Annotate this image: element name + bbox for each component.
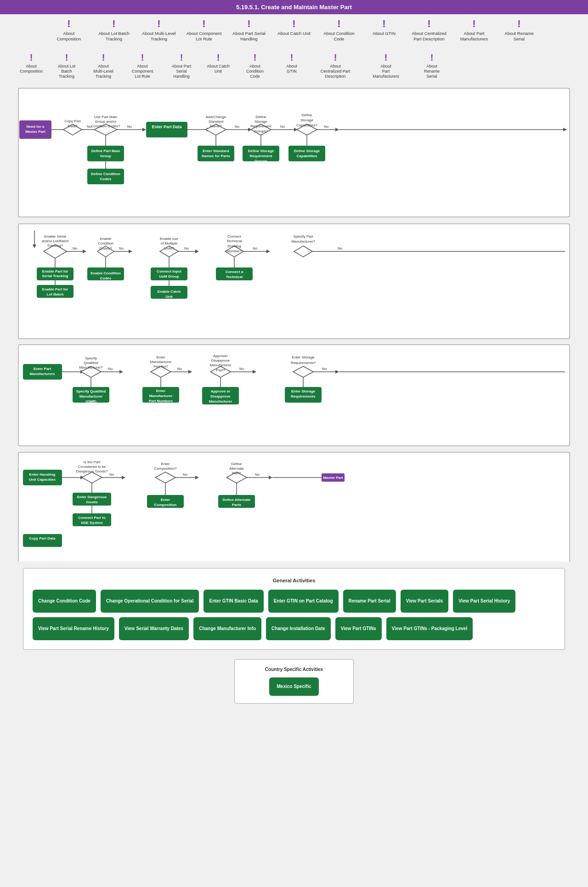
top-icon-0[interactable]: ! About Composition bbox=[51, 19, 87, 42]
country-activity-0[interactable]: Mexico Specific bbox=[269, 677, 318, 696]
top-icon-2[interactable]: ! About Multi-Level Tracking bbox=[141, 19, 177, 42]
svg-text:About: About bbox=[137, 64, 148, 68]
icon-label-5: About Catch Unit bbox=[277, 31, 311, 36]
exclaim-icon-0: ! bbox=[67, 19, 70, 29]
svg-text:No: No bbox=[183, 472, 188, 477]
svg-text:Requirements: Requirements bbox=[291, 394, 316, 398]
svg-text:No: No bbox=[322, 367, 327, 371]
top-icon-8[interactable]: ! About Centralized Part Description bbox=[411, 19, 447, 42]
svg-text:No: No bbox=[280, 125, 285, 129]
activity-item-7[interactable]: View Part Serial Rename History bbox=[33, 617, 114, 640]
activity-item-4[interactable]: Rename Part Serial bbox=[343, 590, 396, 613]
svg-text:Enter Handling: Enter Handling bbox=[29, 472, 56, 477]
svg-text:Define Part Main: Define Part Main bbox=[91, 149, 120, 153]
svg-text:Master Part: Master Part bbox=[25, 130, 45, 134]
svg-text:Tracking: Tracking bbox=[96, 74, 111, 79]
svg-text:Technical: Technical bbox=[226, 239, 242, 243]
page-title: 5.19.5.1. Create and Maintain Master Par… bbox=[236, 4, 352, 11]
svg-text:Enter: Enter bbox=[161, 498, 170, 502]
svg-text:About Part: About Part bbox=[172, 64, 192, 68]
activity-item-10[interactable]: Change Installation Date bbox=[266, 617, 331, 640]
svg-text:No: No bbox=[338, 246, 343, 250]
svg-text:Centralized Part: Centralized Part bbox=[321, 69, 351, 74]
svg-text:!: ! bbox=[65, 52, 68, 63]
exclaim-icon-1: ! bbox=[112, 19, 115, 29]
activity-item-11[interactable]: View Part GTINs bbox=[335, 617, 382, 640]
svg-text:Manufacturer: Manufacturer bbox=[150, 360, 171, 364]
svg-text:About: About bbox=[330, 64, 341, 68]
exclaim-icon-9: ! bbox=[472, 19, 475, 29]
svg-text:Number?: Number? bbox=[227, 249, 242, 253]
exclaim-icon-7: ! bbox=[382, 19, 385, 29]
svg-text:Multi-Level: Multi-Level bbox=[93, 69, 113, 74]
svg-text:Tracking: Tracking bbox=[59, 74, 74, 79]
svg-text:Define: Define bbox=[231, 462, 242, 466]
svg-text:Add/Change: Add/Change bbox=[206, 115, 226, 119]
main-diagram: ! About Composition ! About Lot Batch Tr… bbox=[9, 47, 579, 563]
svg-text:Code: Code bbox=[250, 74, 260, 79]
svg-text:No: No bbox=[184, 246, 189, 250]
top-icon-4[interactable]: ! About Part Serial Handling bbox=[231, 19, 267, 42]
svg-text:Manufacturers: Manufacturers bbox=[373, 74, 399, 79]
svg-text:No: No bbox=[324, 125, 329, 129]
svg-text:Description: Description bbox=[325, 74, 345, 79]
svg-text:Enable Serial: Enable Serial bbox=[44, 234, 66, 239]
svg-text:Groups?: Groups? bbox=[254, 129, 268, 133]
svg-text:Storage: Storage bbox=[254, 119, 268, 124]
svg-text:No: No bbox=[119, 246, 124, 250]
svg-text:Alternate: Alternate bbox=[229, 466, 244, 471]
top-icon-7[interactable]: ! About GTIN bbox=[366, 19, 402, 36]
svg-text:Copy Part Data: Copy Part Data bbox=[29, 536, 56, 540]
activity-item-6[interactable]: View Part Serial History bbox=[453, 590, 515, 613]
activity-item-2[interactable]: Enter GTIN Basic Data bbox=[204, 590, 263, 613]
top-icon-6[interactable]: ! About Condition Code bbox=[321, 19, 357, 42]
svg-text:Codes: Codes bbox=[100, 276, 112, 280]
svg-text:Requirement: Requirement bbox=[250, 124, 272, 128]
svg-text:!: ! bbox=[141, 52, 144, 63]
icon-label-10: About Rename Serial bbox=[501, 31, 537, 42]
activity-item-3[interactable]: Enter GTIN on Part Catalog bbox=[268, 590, 339, 613]
svg-text:About Catch: About Catch bbox=[207, 64, 230, 68]
svg-text:Handling: Handling bbox=[173, 74, 190, 79]
top-icon-5[interactable]: ! About Catch Unit bbox=[276, 19, 312, 36]
svg-text:Define: Define bbox=[301, 113, 312, 117]
icon-label-2: About Multi-Level Tracking bbox=[141, 31, 177, 42]
activity-item-5[interactable]: View Part Serials bbox=[401, 590, 448, 613]
activity-item-9[interactable]: Change Manufacturer Info bbox=[193, 617, 261, 640]
svg-text:Parts: Parts bbox=[232, 503, 242, 507]
svg-rect-68 bbox=[87, 169, 124, 184]
svg-text:Group: Group bbox=[100, 154, 111, 158]
svg-text:HSE System: HSE System bbox=[81, 521, 102, 525]
svg-text:Enable use: Enable use bbox=[160, 237, 179, 241]
svg-text:Approve or: Approve or bbox=[211, 389, 231, 393]
top-icon-3[interactable]: ! About Component Lot Rule bbox=[186, 19, 222, 42]
svg-text:Part No?: Part No? bbox=[153, 364, 168, 369]
exclaim-icon-6: ! bbox=[337, 19, 340, 29]
svg-rect-105 bbox=[288, 146, 325, 161]
top-icon-10[interactable]: ! About Rename Serial bbox=[501, 19, 537, 42]
svg-text:Capabilities: Capabilities bbox=[297, 154, 317, 158]
svg-text:Technical: Technical bbox=[226, 275, 243, 279]
svg-text:Lot Rule: Lot Rule bbox=[135, 74, 150, 79]
svg-text:Enter Dangerous: Enter Dangerous bbox=[77, 495, 107, 499]
svg-text:Disapprove: Disapprove bbox=[210, 394, 231, 398]
activity-item-1[interactable]: Change Operational Condition for Serial bbox=[101, 590, 199, 613]
svg-text:of Multiple: of Multiple bbox=[161, 241, 178, 245]
svg-text:!: ! bbox=[180, 52, 183, 63]
svg-text:Rename: Rename bbox=[424, 69, 440, 74]
exclaim-icon-4: ! bbox=[247, 19, 250, 29]
activity-item-0[interactable]: Change Condition Code bbox=[33, 590, 96, 613]
svg-text:Composition?: Composition? bbox=[154, 466, 177, 471]
activity-item-8[interactable]: View Serial Warranty Dates bbox=[119, 617, 189, 640]
top-icon-9[interactable]: ! About Part Manufacturers bbox=[456, 19, 492, 42]
svg-text:Connect a: Connect a bbox=[226, 270, 243, 274]
svg-text:Copy Part: Copy Part bbox=[64, 119, 81, 123]
svg-text:Connect: Connect bbox=[227, 234, 242, 239]
svg-text:UoM Group: UoM Group bbox=[159, 274, 179, 279]
svg-text:Unit: Unit bbox=[215, 69, 222, 74]
top-icon-1[interactable]: ! About Lot Batch Tracking bbox=[96, 19, 132, 42]
svg-text:!: ! bbox=[30, 52, 33, 63]
exclaim-icon-8: ! bbox=[427, 19, 430, 29]
activity-item-12[interactable]: View Part GTINs - Packaging Level bbox=[386, 617, 473, 640]
svg-text:Part?: Part? bbox=[232, 471, 241, 475]
